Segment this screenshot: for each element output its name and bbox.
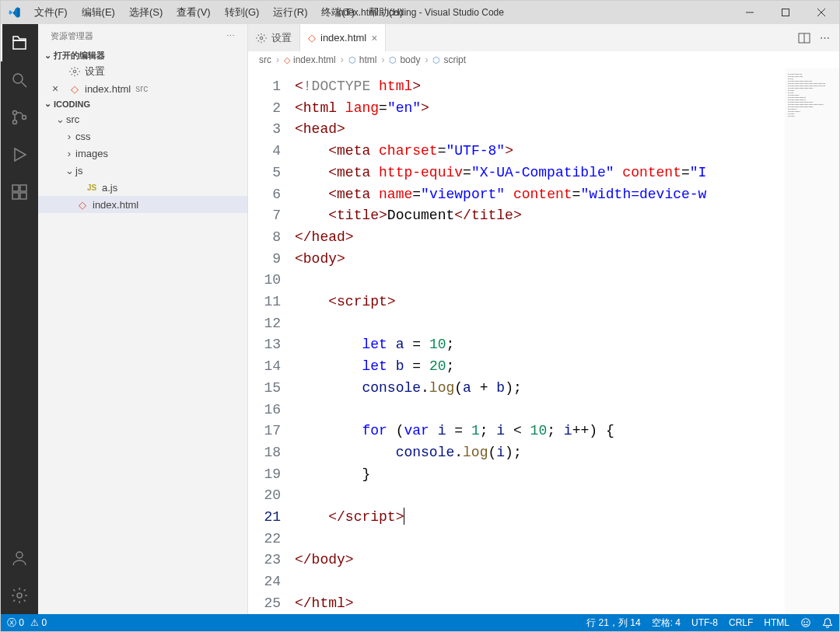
breadcrumb-item[interactable]: src [259,54,271,65]
problems-errors[interactable]: ⓧ 0 [7,616,24,630]
search-icon[interactable] [1,61,38,99]
editor-actions: ⋯ [789,24,839,51]
activity-bar [1,24,38,614]
svg-point-8 [23,116,26,120]
explorer-icon[interactable] [1,24,38,61]
window-title: index.html - icoding - Visual Studio Cod… [336,7,504,18]
notifications-icon[interactable] [822,617,833,628]
extensions-icon[interactable] [1,173,38,211]
editor-tabs: 设置◇index.html× ⋯ [248,24,839,51]
accounts-icon[interactable] [1,539,38,577]
open-editors-list: 设置×◇index.htmlsrc [38,63,247,97]
menu-item[interactable]: 转到(G) [219,2,266,23]
svg-point-21 [807,622,807,623]
breadcrumb-icon: ◇ [284,55,290,65]
feedback-icon[interactable] [800,617,811,628]
maximize-button[interactable] [768,1,803,24]
file-tree: ⌄src›css›images⌄js JSa.js ◇index.html [38,110,247,213]
menu-item[interactable]: 选择(S) [123,2,169,23]
tree-item[interactable]: ›images [38,145,247,162]
tree-item[interactable]: ⌄js [38,162,247,179]
eol[interactable]: CRLF [729,617,753,628]
breadcrumb-icon: ⬡ [389,55,397,65]
settings-gear-icon[interactable] [1,577,38,614]
breadcrumbs[interactable]: src›◇index.html›⬡html›⬡body›⬡script [248,51,839,68]
menu-item[interactable]: 编辑(E) [75,2,121,23]
main-area: 资源管理器 ⋯ ⌄ 打开的编辑器 设置×◇index.htmlsrc ⌄ ICO… [1,24,839,614]
editor-area: 设置◇index.html× ⋯ src›◇index.html›⬡html›⬡… [248,24,839,614]
tree-item[interactable]: ›css [38,127,247,145]
tree-item[interactable]: ◇index.html [38,196,247,213]
editor-body[interactable]: 1234567891011121314151617181920212223242… [248,68,839,614]
sidebar-title: 资源管理器 [51,30,93,42]
minimap[interactable]: ▪▪▪▪▪▪▪▪▪▪▪▪▪▪▪▪▪▪▪▪▪▪▪▪▪▪▪▪▪▪▪▪▪▪▪▪▪▪▪▪… [785,68,839,614]
item-label: index.html [85,83,131,95]
svg-rect-12 [20,185,26,191]
svg-point-13 [16,552,23,558]
titlebar: 文件(F)编辑(E)选择(S)查看(V)转到(G)运行(R)终端(T)帮助(H)… [1,1,839,24]
svg-point-16 [260,37,263,40]
svg-rect-10 [12,193,19,199]
gear-icon [68,66,82,77]
chevron-icon: ⌄ [54,113,66,125]
open-editors-section[interactable]: ⌄ 打开的编辑器 [38,48,247,63]
chevron-icon: ⌄ [63,165,75,176]
svg-point-4 [13,74,23,83]
indentation[interactable]: 空格: 4 [652,616,681,630]
cursor-position[interactable]: 行 21，列 14 [586,616,640,630]
menu-item[interactable]: 查看(V) [170,2,216,23]
svg-point-14 [17,593,22,598]
breadcrumb-item[interactable]: ⬡body [389,54,420,65]
menu-item[interactable]: 运行(R) [267,2,313,23]
breadcrumb-icon: ⬡ [432,55,440,65]
sidebar-header: 资源管理器 ⋯ [38,24,247,48]
explorer-sidebar: 资源管理器 ⋯ ⌄ 打开的编辑器 设置×◇index.htmlsrc ⌄ ICO… [38,24,248,614]
js-file-icon: JS [85,183,99,192]
close-icon[interactable]: × [52,82,63,95]
code-content[interactable]: <!DOCTYPE html><html lang="en"><head> <m… [295,68,785,614]
status-bar: ⓧ 0 ⚠ 0 行 21，列 14 空格: 4 UTF-8 CRLF HTML [1,614,839,631]
chevron-down-icon: ⌄ [41,99,54,109]
svg-rect-9 [12,185,19,191]
html-file-icon: ◇ [75,199,89,211]
problems-warnings[interactable]: ⚠ 0 [30,617,47,628]
encoding[interactable]: UTF-8 [691,617,718,628]
svg-rect-11 [20,193,26,199]
more-actions-icon[interactable]: ⋯ [820,32,830,44]
gear-icon [256,33,267,44]
tree-item[interactable]: JSa.js [38,179,247,196]
language-mode[interactable]: HTML [764,617,789,628]
breadcrumb-item[interactable]: ◇index.html [284,54,336,65]
chevron-down-icon: ⌄ [41,51,54,61]
open-editor-item[interactable]: ×◇index.htmlsrc [38,80,247,97]
editor-tab[interactable]: ◇index.html× [300,24,386,51]
sidebar-more-icon[interactable]: ⋯ [226,31,235,41]
breadcrumb-item[interactable]: ⬡script [432,54,466,65]
chevron-icon: › [63,148,75,159]
run-debug-icon[interactable] [1,136,38,173]
svg-point-20 [804,622,805,623]
item-label: 设置 [85,65,105,79]
minimize-button[interactable] [732,1,768,24]
editor-tab[interactable]: 设置 [248,24,300,51]
breadcrumb-item[interactable]: ⬡html [348,54,377,65]
window-controls [732,1,839,24]
svg-point-19 [802,619,810,627]
html-file-icon: ◇ [68,83,82,95]
source-control-icon[interactable] [1,99,38,136]
chevron-icon: › [63,131,75,142]
vscode-window: 文件(F)编辑(E)选择(S)查看(V)转到(G)运行(R)终端(T)帮助(H)… [0,0,840,632]
open-editor-item[interactable]: 设置 [38,63,247,80]
menu-item[interactable]: 文件(F) [28,2,74,23]
breadcrumb-icon: ⬡ [348,55,356,65]
tree-item[interactable]: ⌄src [38,110,247,127]
vscode-logo-icon [1,6,28,19]
close-button[interactable] [803,1,839,24]
html-file-icon: ◇ [308,32,316,44]
split-editor-icon[interactable] [798,32,810,44]
svg-point-15 [73,70,76,73]
svg-point-7 [13,120,17,124]
project-section[interactable]: ⌄ ICODING [38,97,247,110]
close-icon[interactable]: × [371,32,377,44]
svg-point-6 [13,111,17,115]
